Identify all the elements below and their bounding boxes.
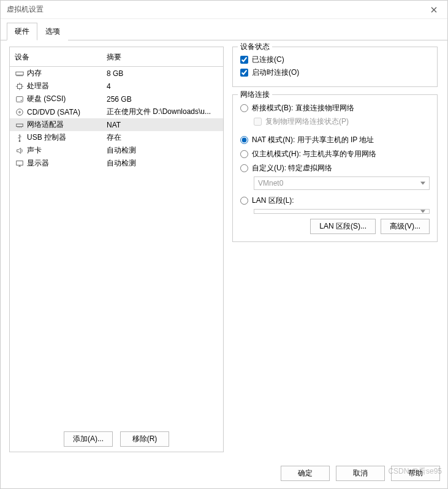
hardware-row[interactable]: 硬盘 (SCSI)256 GB (10, 93, 223, 105)
hardware-summary: 自动检测 (107, 158, 218, 169)
connected-checkbox[interactable] (240, 56, 248, 64)
hardware-name: CD/DVD (SATA) (27, 108, 80, 116)
hardware-name: 内存 (27, 68, 42, 78)
network-buttons: LAN 区段(S)... 高级(V)... (240, 218, 430, 234)
bridged-row[interactable]: 桥接模式(B): 直接连接物理网络 (240, 101, 430, 115)
replicate-label: 复制物理网络连接状态(P) (265, 116, 349, 127)
vm-settings-dialog: 虚拟机设置 硬件 选项 设备 摘要 内存8 GB处理器4硬盘 (SCSI)256… (0, 0, 448, 489)
hardware-table-header: 设备 摘要 (10, 50, 223, 65)
col-summary: 摘要 (107, 52, 218, 63)
remove-hardware-button[interactable]: 移除(R) (120, 431, 169, 447)
hardware-row[interactable]: 网络适配器NAT (10, 118, 223, 131)
close-icon (431, 7, 437, 13)
window-title: 虚拟机设置 (7, 4, 427, 15)
connected-label: 已连接(C) (252, 55, 284, 65)
hardware-name: 硬盘 (SCSI) (27, 94, 66, 104)
replicate-row: 复制物理网络连接状态(P) (240, 115, 430, 128)
custom-row[interactable]: 自定义(U): 特定虚拟网络 (240, 161, 430, 175)
hardware-row[interactable]: 声卡自动检测 (10, 144, 223, 157)
tab-hardware[interactable]: 硬件 (7, 23, 37, 40)
hardware-row[interactable]: 显示器自动检测 (10, 157, 223, 170)
hardware-summary: NAT (107, 121, 218, 129)
hostonly-label: 仅主机模式(H): 与主机共享的专用网络 (252, 149, 376, 159)
nat-label: NAT 模式(N): 用于共享主机的 IP 地址 (252, 135, 374, 145)
close-button[interactable] (427, 2, 441, 17)
usb-icon (15, 133, 25, 143)
device-state-group: 设备状态 已连接(C) 启动时连接(O) (232, 47, 438, 87)
disk-icon (15, 94, 25, 104)
hardware-list-panel: 设备 摘要 内存8 GB处理器4硬盘 (SCSI)256 GBCD/DVD (S… (9, 47, 224, 452)
hardware-summary: 存在 (107, 132, 218, 143)
hardware-buttons: 添加(A)... 移除(R) (10, 426, 223, 447)
hardware-name: 显示器 (27, 158, 49, 169)
hardware-table-body: 内存8 GB处理器4硬盘 (SCSI)256 GBCD/DVD (SATA)正在… (10, 67, 223, 170)
custom-label: 自定义(U): 特定虚拟网络 (252, 163, 332, 173)
svg-point-3 (21, 99, 22, 100)
lan-segments-button[interactable]: LAN 区段(S)... (310, 219, 376, 234)
lanseg-label: LAN 区段(L): (252, 195, 294, 206)
connect-on-power-label: 启动时连接(O) (252, 67, 299, 78)
cpu-icon (15, 82, 25, 91)
svg-rect-6 (17, 124, 23, 126)
advanced-button[interactable]: 高级(V)... (381, 219, 430, 234)
hardware-row[interactable]: USB 控制器存在 (10, 131, 223, 144)
lanseg-row[interactable]: LAN 区段(L): (240, 194, 430, 208)
nat-radio[interactable] (240, 136, 248, 144)
bridged-label: 桥接模式(B): 直接连接物理网络 (252, 103, 354, 113)
nat-row[interactable]: NAT 模式(N): 用于共享主机的 IP 地址 (240, 133, 430, 147)
lanseg-combo[interactable] (254, 209, 430, 214)
sound-icon (15, 146, 25, 156)
hardware-summary: 256 GB (107, 95, 218, 104)
svg-rect-2 (17, 96, 23, 102)
dialog-buttons: 确定 取消 帮助 (1, 458, 447, 488)
hardware-summary: 8 GB (107, 69, 218, 78)
hardware-name: 处理器 (27, 81, 49, 91)
memory-icon (15, 69, 25, 78)
svg-point-5 (19, 111, 21, 113)
bridged-radio[interactable] (240, 104, 248, 112)
help-button[interactable]: 帮助 (391, 466, 440, 481)
add-hardware-button[interactable]: 添加(A)... (64, 431, 113, 447)
hardware-summary: 正在使用文件 D:\Downloads\u... (107, 107, 218, 117)
display-icon (15, 159, 25, 169)
col-device: 设备 (15, 52, 107, 63)
connected-row[interactable]: 已连接(C) (240, 53, 430, 66)
right-panel: 设备状态 已连接(C) 启动时连接(O) 网络连接 桥接模式(B): 直接连接物… (232, 47, 439, 452)
hostonly-radio[interactable] (240, 150, 248, 158)
ok-button[interactable]: 确定 (281, 466, 330, 481)
lanseg-radio[interactable] (240, 197, 248, 205)
svg-rect-8 (17, 161, 23, 165)
tab-options[interactable]: 选项 (37, 23, 68, 40)
replicate-checkbox (254, 118, 262, 126)
tab-bar: 硬件 选项 (1, 19, 447, 40)
svg-rect-1 (18, 84, 22, 88)
network-connection-legend: 网络连接 (238, 89, 272, 100)
svg-point-4 (17, 108, 23, 115)
device-state-legend: 设备状态 (238, 42, 272, 52)
hardware-row[interactable]: CD/DVD (SATA)正在使用文件 D:\Downloads\u... (10, 105, 223, 118)
connect-on-power-row[interactable]: 启动时连接(O) (240, 66, 430, 79)
net-icon (15, 120, 25, 130)
disc-icon (15, 107, 25, 117)
hardware-name: USB 控制器 (27, 132, 66, 143)
svg-point-7 (19, 140, 21, 142)
cancel-button[interactable]: 取消 (336, 466, 385, 481)
hardware-summary: 自动检测 (107, 145, 218, 156)
titlebar: 虚拟机设置 (1, 1, 447, 19)
hardware-row[interactable]: 处理器4 (10, 80, 223, 93)
hardware-name: 声卡 (27, 145, 42, 156)
connect-on-power-checkbox[interactable] (240, 69, 248, 77)
svg-rect-0 (16, 72, 23, 75)
hostonly-row[interactable]: 仅主机模式(H): 与主机共享的专用网络 (240, 147, 430, 161)
network-connection-group: 网络连接 桥接模式(B): 直接连接物理网络 复制物理网络连接状态(P) NAT… (232, 94, 438, 242)
hardware-table: 设备 摘要 内存8 GB处理器4硬盘 (SCSI)256 GBCD/DVD (S… (10, 50, 223, 426)
content-area: 设备 摘要 内存8 GB处理器4硬盘 (SCSI)256 GBCD/DVD (S… (1, 40, 447, 458)
custom-vmnet-combo[interactable]: VMnet0 (254, 176, 430, 190)
custom-vmnet-value: VMnet0 (258, 179, 283, 188)
hardware-summary: 4 (107, 82, 218, 91)
hardware-name: 网络适配器 (27, 119, 64, 130)
hardware-row[interactable]: 内存8 GB (10, 67, 223, 80)
custom-radio[interactable] (240, 164, 248, 172)
